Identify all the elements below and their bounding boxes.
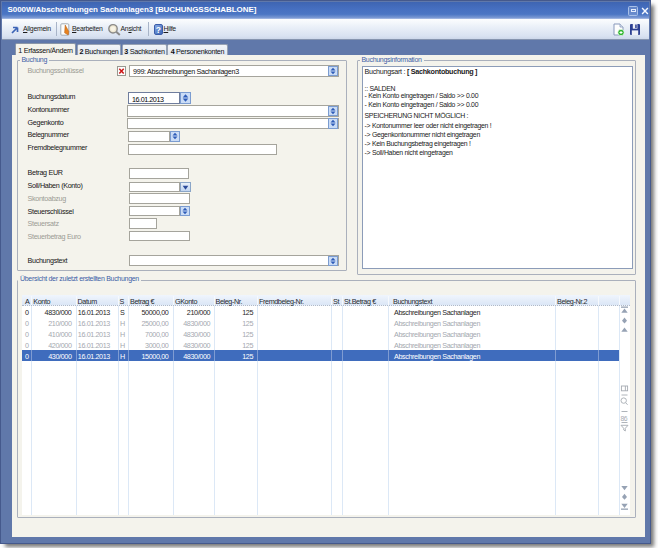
svg-text:86: 86 bbox=[620, 415, 627, 422]
